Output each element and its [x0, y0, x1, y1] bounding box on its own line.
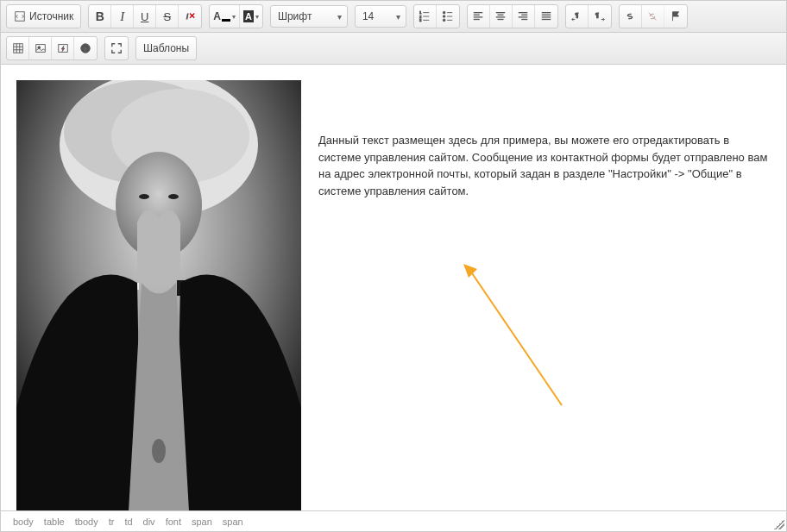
svg-text:3: 3 — [419, 18, 422, 22]
path-span-1[interactable]: span — [186, 516, 217, 527]
group-direction: ¶ ¶ — [565, 4, 612, 28]
link-icon — [624, 10, 636, 22]
align-left-icon — [472, 10, 484, 22]
svg-text:¶: ¶ — [595, 11, 599, 19]
font-select[interactable]: Шрифт — [270, 5, 348, 28]
align-justify-icon — [540, 10, 552, 22]
align-right-button[interactable] — [513, 5, 535, 28]
templates-label: Шаблоны — [143, 42, 189, 54]
ltr-icon: ¶ — [570, 10, 582, 22]
svg-text:¶: ¶ — [576, 11, 579, 19]
italic-button[interactable]: I — [111, 5, 134, 28]
svg-point-54 — [152, 439, 166, 463]
group-text-style: B I U S I — [88, 4, 202, 28]
remove-format-icon: I — [184, 10, 196, 22]
numbered-list-button[interactable]: 123 — [414, 5, 437, 28]
group-source: Источник — [6, 4, 81, 28]
path-tr[interactable]: tr — [104, 516, 120, 527]
font-size-label: 14 — [362, 10, 374, 22]
ltr-button[interactable]: ¶ — [566, 5, 589, 28]
maximize-icon — [110, 42, 123, 54]
anchor-button[interactable] — [664, 5, 687, 28]
unlink-button[interactable] — [642, 5, 664, 28]
source-button[interactable]: Источник — [7, 5, 80, 28]
source-label: Источник — [29, 10, 73, 22]
table-icon — [12, 42, 24, 54]
path-td[interactable]: td — [119, 516, 137, 527]
flash-button[interactable] — [52, 37, 74, 59]
table-button[interactable] — [7, 37, 29, 59]
image-button[interactable] — [29, 37, 52, 59]
align-right-icon — [517, 10, 529, 22]
group-maximize — [104, 36, 129, 60]
svg-rect-0 — [16, 12, 25, 22]
source-icon — [14, 10, 26, 22]
resize-grip[interactable] — [774, 519, 784, 529]
svg-point-51 — [168, 194, 179, 199]
path-body[interactable]: body — [8, 516, 39, 527]
toolbar-row-2: ? Шаблоны — [1, 33, 786, 65]
statusbar: body table tbody tr td div font span spa… — [1, 510, 786, 531]
omega-icon: ? — [79, 42, 91, 54]
bold-button[interactable]: B — [89, 5, 111, 28]
content-layout: Данный текст размещен здесь для примера,… — [16, 80, 771, 510]
bullet-list-icon — [442, 10, 454, 22]
image-icon — [35, 42, 47, 54]
svg-point-12 — [443, 19, 445, 22]
numbered-list-icon: 123 — [419, 10, 431, 22]
remove-format-button[interactable]: I — [179, 5, 201, 28]
link-button[interactable] — [620, 5, 642, 28]
underline-button[interactable]: U — [134, 5, 156, 28]
bg-color-button[interactable]: A▾ — [240, 5, 262, 28]
path-table[interactable]: table — [39, 516, 70, 527]
flag-icon — [670, 10, 682, 22]
path-div[interactable]: div — [138, 516, 161, 527]
font-size-select[interactable]: 14 — [355, 5, 406, 28]
rtl-button[interactable]: ¶ — [589, 5, 611, 28]
align-left-button[interactable] — [468, 5, 490, 28]
toolbar-row-1: Источник B I U S I A▾ A▾ Шрифт 14 — [1, 1, 786, 33]
maximize-button[interactable] — [105, 37, 128, 59]
content-area[interactable]: Данный текст размещен здесь для примера,… — [1, 65, 786, 510]
group-align — [467, 4, 558, 28]
svg-point-50 — [139, 194, 149, 199]
group-templates: Шаблоны — [135, 36, 197, 60]
align-center-icon — [494, 10, 507, 22]
svg-text:?: ? — [83, 46, 87, 53]
group-table: ? — [6, 36, 98, 60]
group-list: 123 — [413, 4, 460, 28]
svg-point-11 — [443, 16, 445, 18]
svg-rect-35 — [13, 44, 22, 53]
align-justify-button[interactable] — [535, 5, 557, 28]
align-center-button[interactable] — [490, 5, 513, 28]
group-link — [619, 4, 688, 28]
svg-point-10 — [443, 11, 445, 14]
text-color-button[interactable]: A▾ — [210, 5, 240, 28]
svg-text:I: I — [186, 12, 189, 21]
unlink-icon — [646, 10, 658, 22]
content-image[interactable] — [16, 80, 301, 510]
content-text[interactable]: Данный текст размещен здесь для примера,… — [318, 80, 771, 199]
strike-button[interactable]: S — [156, 5, 179, 28]
flash-icon — [57, 42, 69, 54]
font-select-label: Шрифт — [278, 10, 312, 22]
group-color: A▾ A▾ — [209, 4, 263, 28]
editor-container: Источник B I U S I A▾ A▾ Шрифт 14 — [0, 0, 787, 532]
rtl-icon: ¶ — [594, 10, 606, 22]
svg-rect-40 — [35, 45, 45, 53]
bw-portrait-placeholder — [16, 80, 301, 510]
path-font[interactable]: font — [161, 516, 186, 527]
path-tbody[interactable]: tbody — [70, 516, 104, 527]
path-span-2[interactable]: span — [217, 516, 249, 527]
bullet-list-button[interactable] — [437, 5, 459, 28]
special-char-button[interactable]: ? — [74, 37, 97, 59]
templates-button[interactable]: Шаблоны — [136, 37, 196, 59]
